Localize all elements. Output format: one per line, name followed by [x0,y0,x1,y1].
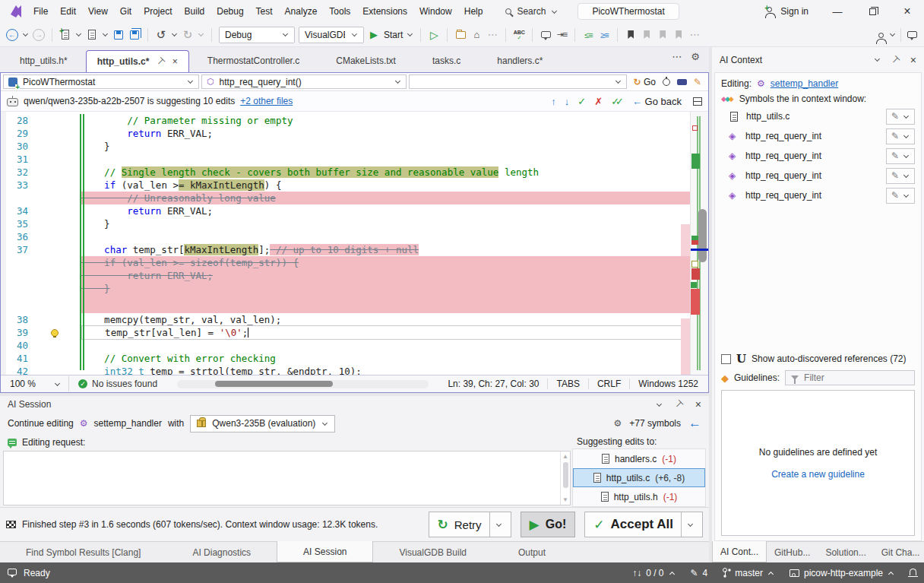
undo-button[interactable]: ↺ [155,27,167,43]
live-share-button[interactable] [875,27,888,43]
line-gutter[interactable] [40,243,81,256]
tag-icon[interactable] [677,79,687,85]
menu-item[interactable]: Git [114,3,138,20]
menu-item[interactable]: Extensions [356,3,413,20]
code-text[interactable] [81,295,690,313]
horizontal-scrollbar[interactable] [177,380,429,388]
accept-all-edits-icon[interactable]: ✓✓ [611,96,624,107]
code-text[interactable] [81,339,690,352]
run-without-debugging-button[interactable]: ▷ [428,27,440,43]
edit-symbol-button[interactable]: ✎ [886,188,915,204]
menu-item[interactable]: Tools [323,3,356,20]
platform-dropdown[interactable]: VisualGDB [299,27,364,43]
tab-settings-gear-icon[interactable]: ⚙ [691,51,700,62]
context-symbol-row[interactable]: http_req_query_int ✎ [715,146,921,166]
edit-symbol-button[interactable]: ✎ [886,168,915,184]
open-file-button[interactable] [86,27,98,43]
line-gutter[interactable] [40,217,81,230]
vertical-scrollbar[interactable] [690,112,708,375]
line-gutter[interactable] [40,295,81,313]
retry-button[interactable]: ↻ Retry [429,512,511,537]
code-text[interactable] [81,230,690,243]
code-text[interactable]: return ERR_VAL; [81,204,690,217]
minimize-button[interactable]: — [821,0,854,23]
code-text[interactable]: return ERR_VAL; [81,127,690,140]
project-dropdown[interactable]: PicoWThermostat [3,74,199,89]
menu-item[interactable]: Help [458,3,489,20]
encoding[interactable]: Windows 1252 [629,379,707,389]
back-history-chevron[interactable] [23,31,28,36]
auto-discovered-checkbox[interactable] [721,354,731,364]
create-guideline-link[interactable]: Create a new guideline [771,469,865,480]
pending-edits-indicator[interactable]: ✎ 4 [691,568,708,578]
decrease-indent-button[interactable]: ≤≡ [582,27,594,43]
line-gutter[interactable] [40,282,81,295]
bookmarks-overflow-button[interactable]: ⋯ [688,27,701,43]
next-bookmark-button[interactable] [657,27,669,43]
panel-tab[interactable]: Output [492,542,571,562]
menu-item[interactable]: Test [250,3,279,20]
start-label[interactable]: Start [384,30,403,40]
tab-overflow-icon[interactable]: ⋯ [672,51,682,62]
code-text[interactable]: if (val_len >= sizeof(temp_str)) { [81,256,690,269]
panel-tab[interactable]: Find Symbol Results [Clang] [0,542,166,562]
navigate-back-button[interactable]: ← [6,29,18,41]
search-control[interactable]: Search [501,4,562,19]
pin-tab-icon[interactable]: ⊤ [154,55,167,68]
code-text[interactable]: temp_str[val_len] = '\0'; [81,325,690,340]
edit-symbol-button[interactable]: ✎ [886,148,915,164]
go-button[interactable]: ↻ Go [634,77,656,87]
go-back-button[interactable]: ← Go back [632,96,682,107]
edit-symbol-button[interactable]: ✎ [886,109,915,125]
window-layout-button[interactable]: ⌂ [470,27,483,43]
line-gutter[interactable] [40,269,81,282]
accept-all-button[interactable]: ✓ Accept All [584,512,703,537]
notifications-bell[interactable] [910,570,916,575]
go-button-session[interactable]: ▶ Go! [521,512,576,537]
save-all-button[interactable] [128,27,141,43]
new-project-button[interactable]: + [59,27,71,43]
issues-indicator[interactable]: ✓ No issues found [69,379,166,389]
spell-check-button[interactable]: ABC✓ [513,27,525,43]
sign-in-button[interactable]: + Sign in [755,6,819,17]
previous-bookmark-button[interactable] [641,27,653,43]
code-text[interactable]: int32_t temp = strtol(temp_str, &endptr,… [81,365,690,375]
other-files-link[interactable]: +2 other files [240,96,293,106]
close-panel-icon[interactable]: × [695,398,701,410]
comment-button[interactable] [540,27,552,43]
document-tab[interactable]: tasks.c ⊤ × [414,49,479,72]
increase-indent-button[interactable]: ≥≡ [598,27,610,43]
request-scrollbar[interactable]: ▲▼ [560,452,570,505]
format-document-button[interactable]: ⇥≡ [555,27,568,43]
find-in-files-button[interactable] [454,27,467,43]
save-button[interactable] [112,27,125,43]
menu-item[interactable]: Window [413,3,458,20]
context-symbol-row[interactable]: http_req_query_int ✎ [715,166,921,185]
close-panel-icon[interactable]: × [910,54,916,66]
previous-edit-arrow-icon[interactable]: ↑ [551,96,556,107]
line-gutter[interactable] [40,352,81,365]
profiler-icon[interactable] [663,78,670,86]
code-text[interactable]: } [81,217,690,230]
edit-navigation-indicator[interactable]: ↑↓ 0 / 0 [632,568,675,578]
panel-tab[interactable]: AI Diagnostics [166,542,277,562]
feedback-button[interactable] [906,27,918,43]
document-tab[interactable]: http_utils.c* ⊤ × [86,50,189,72]
open-file-chevron[interactable] [103,31,108,36]
toolbar-overflow-button[interactable]: ⋯ [486,27,498,43]
zoom-dropdown[interactable]: 100 % [2,376,69,391]
accept-all-dropdown[interactable] [681,512,694,537]
context-symbol-row[interactable]: http_req_query_int ✎ [715,126,921,146]
context-symbol-row[interactable]: http_utils.c ✎ [715,106,921,126]
panel-tab[interactable]: Git Cha... [874,542,924,562]
pin-panel-icon[interactable]: ⊤ [672,398,685,410]
code-text[interactable]: // Single length check - covers both buf… [81,166,690,179]
edit-symbol-button[interactable]: ✎ [886,128,915,144]
code-text[interactable]: } [81,282,690,295]
guidelines-filter[interactable] [785,370,915,385]
panel-tab[interactable]: Solution... [818,542,873,562]
context-symbol-row[interactable]: http_req_query_int ✎ [715,185,921,205]
line-endings[interactable]: CRLF [588,379,629,389]
live-share-chevron[interactable] [890,31,895,36]
code-text[interactable]: // Unreasonably long value [81,192,690,204]
